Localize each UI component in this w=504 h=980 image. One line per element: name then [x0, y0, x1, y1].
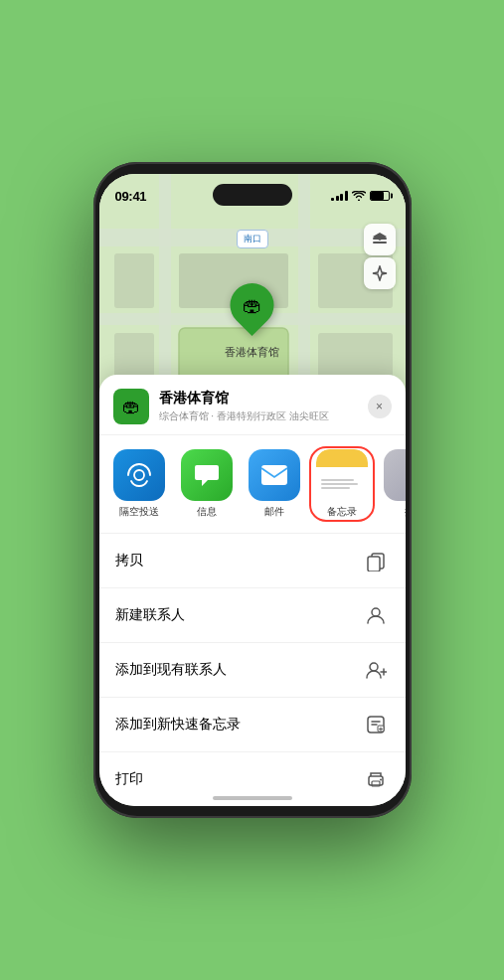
map-layers-button[interactable]	[364, 224, 396, 255]
svg-point-22	[370, 663, 378, 671]
svg-point-27	[380, 779, 382, 781]
svg-rect-6	[114, 253, 154, 308]
copy-icon	[362, 547, 390, 574]
dynamic-island	[213, 184, 292, 206]
messages-label: 信息	[197, 505, 217, 519]
venue-emoji: 🏟	[122, 397, 140, 417]
print-label: 打印	[115, 770, 143, 788]
action-copy[interactable]: 拷贝	[99, 534, 406, 588]
location-button[interactable]	[364, 257, 396, 289]
venue-name: 香港体育馆	[159, 390, 368, 408]
add-existing-label: 添加到现有联系人	[115, 661, 227, 679]
map-controls	[364, 224, 396, 289]
phone-frame: 09:41	[93, 162, 412, 818]
share-item-airdrop[interactable]: 隔空投送	[109, 449, 169, 519]
map-north-label: 南口	[237, 230, 268, 248]
airdrop-icon	[113, 449, 165, 501]
more-label: 推	[405, 505, 406, 519]
action-add-existing[interactable]: 添加到现有联系人	[99, 643, 406, 698]
venue-info: 香港体育馆 综合体育馆 · 香港特别行政区 油尖旺区	[159, 390, 368, 423]
svg-rect-18	[261, 465, 287, 485]
print-icon	[362, 765, 390, 793]
airdrop-label: 隔空投送	[119, 505, 159, 519]
notes-add-icon	[362, 711, 390, 738]
home-indicator	[213, 796, 292, 800]
svg-rect-16	[373, 242, 387, 244]
sheet-header: 🏟 香港体育馆 综合体育馆 · 香港特别行政区 油尖旺区 ×	[99, 375, 406, 435]
person-add-icon	[362, 656, 390, 684]
wifi-icon	[352, 191, 366, 201]
action-add-notes[interactable]: 添加到新快速备忘录	[99, 698, 406, 752]
bottom-sheet: 🏟 香港体育馆 综合体育馆 · 香港特别行政区 油尖旺区 ×	[99, 375, 406, 806]
svg-point-17	[134, 470, 144, 480]
copy-label: 拷贝	[115, 552, 143, 570]
person-icon	[362, 601, 390, 629]
svg-rect-20	[368, 557, 380, 572]
location-pin: 🏟 香港体育馆	[225, 283, 279, 360]
battery-icon	[370, 191, 390, 201]
signal-icon	[331, 191, 348, 201]
mail-icon	[249, 449, 300, 501]
status-time: 09:41	[115, 189, 147, 204]
svg-point-21	[372, 608, 380, 616]
messages-icon	[181, 449, 233, 501]
mail-label: 邮件	[264, 505, 284, 519]
close-button[interactable]: ×	[368, 395, 392, 418]
status-icons	[331, 191, 390, 201]
share-item-messages[interactable]: 信息	[177, 449, 237, 519]
share-item-notes[interactable]: 备忘录	[312, 449, 372, 519]
new-contact-label: 新建联系人	[115, 606, 185, 624]
venue-subtitle: 综合体育馆 · 香港特别行政区 油尖旺区	[159, 409, 368, 423]
notes-icon	[316, 449, 368, 501]
pin-emoji: 🏟	[243, 294, 262, 317]
action-new-contact[interactable]: 新建联系人	[99, 588, 406, 643]
add-notes-label: 添加到新快速备忘录	[115, 716, 241, 734]
share-item-mail[interactable]: 邮件	[245, 449, 304, 519]
share-item-more[interactable]: 推	[380, 449, 406, 519]
share-row: 隔空投送 信息	[99, 435, 406, 534]
more-icon	[384, 449, 406, 501]
pin-label: 香港体育馆	[225, 345, 279, 360]
notes-label: 备忘录	[327, 505, 357, 519]
action-list: 拷贝 新建联系人	[99, 534, 406, 806]
venue-icon: 🏟	[113, 389, 149, 424]
phone-screen: 09:41	[99, 174, 406, 806]
